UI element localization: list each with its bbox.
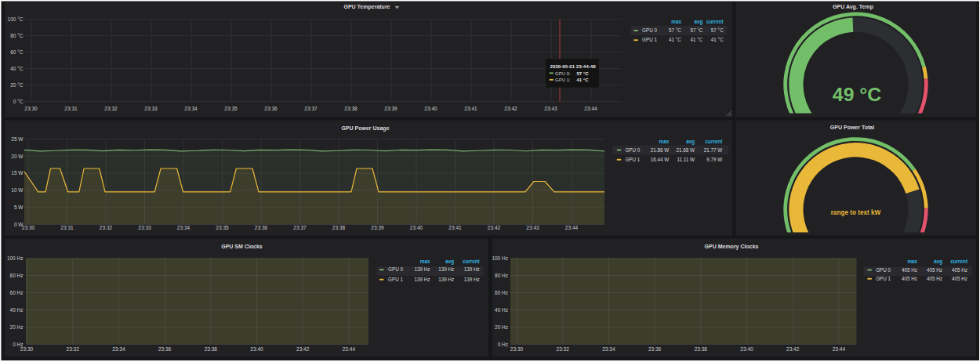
svg-text:49 °C: 49 °C [833,84,881,105]
svg-text:GPU 0: GPU 0 [876,267,891,273]
svg-text:GPU 0: GPU 0 [388,266,403,272]
svg-text:23:35: 23:35 [216,225,229,230]
svg-text:23:43: 23:43 [544,106,557,111]
svg-text:16.44 W: 16.44 W [651,157,670,162]
svg-text:40 °C: 40 °C [10,66,24,71]
svg-text:23:37: 23:37 [304,106,318,111]
svg-text:avg: avg [686,139,695,145]
svg-text:0 Hz: 0 Hz [498,342,508,347]
svg-text:139 Hz: 139 Hz [438,266,454,272]
svg-text:23:44: 23:44 [343,346,356,352]
svg-text:60 Hz: 60 Hz [10,290,24,295]
svg-text:10 W: 10 W [11,187,24,193]
svg-text:57 °C: 57 °C [669,27,681,33]
svg-text:current: current [706,19,724,24]
svg-text:23:33: 23:33 [144,106,158,111]
svg-text:GPU 0: GPU 0 [642,27,657,33]
svg-text:23:34: 23:34 [602,346,615,352]
svg-text:80 °C: 80 °C [10,33,24,38]
svg-text:range to text kW: range to text kW [831,209,881,216]
svg-text:23:41: 23:41 [448,225,462,230]
svg-text:41 °C: 41 °C [690,37,702,42]
svg-text:57 °C: 57 °C [577,71,590,76]
svg-text:23:42: 23:42 [786,346,800,352]
svg-text:23:40: 23:40 [740,346,753,352]
svg-text:max: max [420,259,430,264]
svg-text:80 Hz: 80 Hz [10,273,24,278]
svg-text:100 Hz: 100 Hz [7,255,24,261]
svg-text:40 Hz: 40 Hz [495,307,508,313]
svg-text:GPU Avg. Temp: GPU Avg. Temp [833,4,873,10]
svg-text:405 Hz: 405 Hz [902,276,917,281]
svg-text:23:38: 23:38 [332,225,346,230]
svg-text:23:38: 23:38 [344,106,358,111]
svg-text:405 Hz: 405 Hz [952,276,967,281]
svg-text:GPU Power Total: GPU Power Total [830,125,874,130]
svg-text:60 °C: 60 °C [10,49,24,55]
svg-text:23:36: 23:36 [648,346,662,352]
svg-text:avg: avg [934,259,942,265]
svg-text:23:34: 23:34 [184,106,198,111]
svg-text:11.11 W: 11.11 W [677,157,695,162]
svg-text:405 Hz: 405 Hz [927,267,942,273]
svg-text:GPU SM Clocks: GPU SM Clocks [221,244,263,249]
svg-text:9.79 W: 9.79 W [706,157,722,162]
svg-text:23:33: 23:33 [138,225,151,230]
svg-text:23:32: 23:32 [100,225,113,230]
svg-text:20 Hz: 20 Hz [10,324,24,330]
svg-text:405 Hz: 405 Hz [927,276,942,281]
svg-text:60 Hz: 60 Hz [495,290,508,295]
svg-text:23:31: 23:31 [60,225,74,230]
svg-text:23:44: 23:44 [584,106,597,111]
svg-text:20 Hz: 20 Hz [495,324,508,330]
svg-text:GPU 0: GPU 0 [625,147,640,153]
svg-text:23:43: 23:43 [526,225,539,230]
svg-text:405 Hz: 405 Hz [902,267,917,273]
svg-text:0 °C: 0 °C [13,99,24,104]
svg-text:23:32: 23:32 [557,346,570,352]
svg-text:23:32: 23:32 [104,106,118,111]
svg-text:max: max [907,259,917,264]
svg-text:21.68 W: 21.68 W [677,147,695,153]
svg-text:current: current [950,259,968,264]
svg-text:139 Hz: 139 Hz [464,266,480,272]
svg-text:23:30: 23:30 [20,346,34,352]
svg-text:57 °C: 57 °C [711,27,724,33]
svg-text:GPU 1: GPU 1 [388,277,403,282]
svg-text:23:30: 23:30 [24,106,38,111]
svg-text:23:30: 23:30 [510,346,524,352]
svg-text:23:41: 23:41 [464,106,477,111]
svg-text:23:34: 23:34 [177,225,191,230]
svg-text:15 W: 15 W [11,170,24,176]
svg-text:20 °C: 20 °C [10,82,24,88]
svg-text:GPU 1: GPU 1 [625,157,640,162]
svg-text:23:30: 23:30 [22,225,35,230]
svg-text:GPU 1: GPU 1 [876,276,891,281]
svg-text:avg: avg [694,19,702,25]
svg-text:139 Hz: 139 Hz [414,266,430,272]
svg-text:41 °C: 41 °C [711,37,724,42]
svg-text:23:40: 23:40 [250,346,263,352]
svg-text:41 °C: 41 °C [577,78,590,82]
svg-text:23:40: 23:40 [410,225,423,230]
svg-text:23:35: 23:35 [224,106,238,111]
svg-text:avg: avg [445,259,454,265]
svg-text:57 °C: 57 °C [690,27,702,33]
svg-text:23:34: 23:34 [112,346,125,352]
svg-text:GPU Temperature: GPU Temperature [344,4,390,10]
svg-text:23:37: 23:37 [293,225,307,230]
svg-text:100 °C: 100 °C [8,16,24,22]
svg-text:23:38: 23:38 [695,346,708,352]
svg-text:23:38: 23:38 [205,346,218,352]
svg-text:2020-05-01 23:44:48: 2020-05-01 23:44:48 [550,63,597,69]
svg-text:21.77 W: 21.77 W [704,147,723,153]
svg-text:23:40: 23:40 [424,106,437,111]
svg-text:23:44: 23:44 [833,346,846,352]
svg-text:5 W: 5 W [14,205,24,210]
svg-text:current: current [706,139,724,144]
svg-text:GPU Memory Clocks: GPU Memory Clocks [705,244,759,250]
svg-text:max: max [659,139,670,144]
svg-text:GPU Power Usage: GPU Power Usage [341,125,389,132]
svg-text:25 W: 25 W [11,136,24,142]
svg-text:405 Hz: 405 Hz [952,267,967,273]
